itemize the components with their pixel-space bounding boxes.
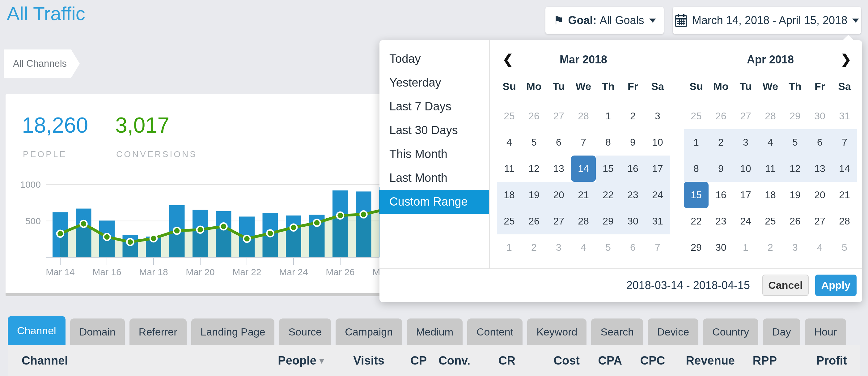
tab-campaign[interactable]: Campaign — [336, 318, 402, 345]
day-cell[interactable]: 28 — [571, 208, 596, 234]
day-cell[interactable]: 5 — [596, 234, 620, 261]
day-cell[interactable]: 27 — [546, 103, 571, 129]
day-cell[interactable]: 12 — [783, 155, 807, 182]
day-cell[interactable]: 11 — [497, 155, 522, 182]
column-header-cr[interactable]: CR — [498, 345, 516, 376]
day-cell[interactable]: 8 — [596, 129, 620, 155]
day-cell[interactable]: 2 — [620, 103, 645, 129]
tab-channel[interactable]: Channel — [8, 316, 65, 345]
column-header-people[interactable]: People▾ — [278, 345, 324, 376]
day-cell[interactable]: 8 — [684, 155, 709, 182]
day-cell[interactable]: 3 — [783, 234, 807, 261]
day-cell[interactable]: 21 — [571, 182, 596, 208]
day-cell[interactable]: 22 — [684, 208, 709, 234]
day-cell[interactable]: 14 — [832, 155, 857, 182]
day-cell[interactable]: 3 — [733, 129, 758, 155]
tab-keyword[interactable]: Keyword — [527, 318, 587, 345]
day-cell[interactable]: 23 — [620, 182, 645, 208]
column-header-conv-[interactable]: Conv. — [438, 345, 470, 376]
day-cell[interactable]: 18 — [758, 182, 783, 208]
day-cell[interactable]: 30 — [709, 234, 733, 261]
day-cell[interactable]: 29 — [783, 103, 807, 129]
tab-device[interactable]: Device — [648, 318, 699, 345]
column-header-cost[interactable]: Cost — [554, 345, 580, 376]
day-cell[interactable]: 20 — [807, 182, 832, 208]
day-cell[interactable]: 30 — [807, 103, 832, 129]
day-cell[interactable]: 15 — [596, 155, 620, 182]
day-cell[interactable]: 26 — [522, 103, 546, 129]
tab-hour[interactable]: Hour — [805, 318, 846, 345]
quick-link-custom-range[interactable]: Custom Range — [379, 190, 490, 214]
day-cell[interactable]: 31 — [832, 103, 857, 129]
apply-button[interactable]: Apply — [815, 274, 857, 296]
day-cell[interactable]: 6 — [807, 129, 832, 155]
day-cell[interactable]: 17 — [645, 155, 670, 182]
day-cell[interactable]: 10 — [733, 155, 758, 182]
day-cell[interactable]: 17 — [733, 182, 758, 208]
day-cell[interactable]: 19 — [783, 182, 807, 208]
day-cell[interactable]: 22 — [596, 182, 620, 208]
day-cell[interactable]: 2 — [522, 234, 546, 261]
day-cell[interactable]: 3 — [546, 234, 571, 261]
day-cell[interactable]: 1 — [684, 129, 709, 155]
day-cell[interactable]: 29 — [596, 208, 620, 234]
column-header-profit[interactable]: Profit — [816, 345, 847, 376]
day-cell[interactable]: 7 — [571, 129, 596, 155]
day-cell[interactable]: 13 — [546, 155, 571, 182]
day-cell[interactable]: 21 — [832, 182, 857, 208]
day-cell[interactable]: 20 — [546, 182, 571, 208]
day-cell[interactable]: 25 — [497, 103, 522, 129]
day-cell[interactable]: 10 — [645, 129, 670, 155]
day-cell[interactable]: 4 — [758, 129, 783, 155]
day-cell[interactable]: 31 — [645, 208, 670, 234]
day-cell[interactable]: 19 — [522, 182, 546, 208]
column-header-revenue[interactable]: Revenue — [686, 345, 735, 376]
day-cell[interactable]: 11 — [758, 155, 783, 182]
day-cell[interactable]: 27 — [546, 208, 571, 234]
day-cell[interactable]: 1 — [497, 234, 522, 261]
tab-medium[interactable]: Medium — [407, 318, 463, 345]
cancel-button[interactable]: Cancel — [762, 274, 809, 296]
day-cell[interactable]: 24 — [733, 208, 758, 234]
day-cell[interactable]: 1 — [596, 103, 620, 129]
tab-source[interactable]: Source — [279, 318, 331, 345]
column-header-visits[interactable]: Visits — [353, 345, 384, 376]
day-cell[interactable]: 4 — [807, 234, 832, 261]
quick-link-last-30-days[interactable]: Last 30 Days — [379, 118, 490, 142]
day-cell[interactable]: 5 — [832, 234, 857, 261]
day-cell[interactable]: 16 — [620, 155, 645, 182]
quick-link-this-month[interactable]: This Month — [379, 142, 490, 166]
day-cell[interactable]: 13 — [807, 155, 832, 182]
day-cell[interactable]: 18 — [497, 182, 522, 208]
quick-link-last-7-days[interactable]: Last 7 Days — [379, 95, 490, 118]
day-cell[interactable]: 5 — [783, 129, 807, 155]
day-cell[interactable]: 27 — [807, 208, 832, 234]
day-cell[interactable]: 9 — [620, 129, 645, 155]
day-cell[interactable]: 23 — [709, 208, 733, 234]
day-cell[interactable]: 3 — [645, 103, 670, 129]
goal-selector-button[interactable]: ⚑ Goal: All Goals — [546, 7, 664, 34]
day-cell[interactable]: 28 — [832, 208, 857, 234]
day-cell[interactable]: 2 — [709, 129, 733, 155]
day-cell[interactable]: 9 — [709, 155, 733, 182]
day-cell[interactable]: 1 — [733, 234, 758, 261]
day-cell[interactable]: 15 — [684, 182, 709, 208]
day-cell[interactable]: 28 — [571, 103, 596, 129]
breadcrumb[interactable]: All Channels — [4, 50, 71, 78]
day-cell[interactable]: 25 — [497, 208, 522, 234]
day-cell[interactable]: 24 — [645, 182, 670, 208]
day-cell[interactable]: 29 — [684, 234, 709, 261]
tab-day[interactable]: Day — [763, 318, 800, 345]
quick-link-last-month[interactable]: Last Month — [379, 166, 490, 190]
tab-domain[interactable]: Domain — [70, 318, 125, 345]
day-cell[interactable]: 4 — [571, 234, 596, 261]
day-cell[interactable]: 12 — [522, 155, 546, 182]
day-cell[interactable]: 26 — [522, 208, 546, 234]
day-cell[interactable]: 6 — [546, 129, 571, 155]
day-cell[interactable]: 14 — [571, 155, 596, 182]
day-cell[interactable]: 7 — [832, 129, 857, 155]
tab-country[interactable]: Country — [703, 318, 758, 345]
day-cell[interactable]: 26 — [783, 208, 807, 234]
day-cell[interactable]: 16 — [709, 182, 733, 208]
date-range-button[interactable]: March 14, 2018 - April 15, 2018 — [673, 7, 861, 34]
